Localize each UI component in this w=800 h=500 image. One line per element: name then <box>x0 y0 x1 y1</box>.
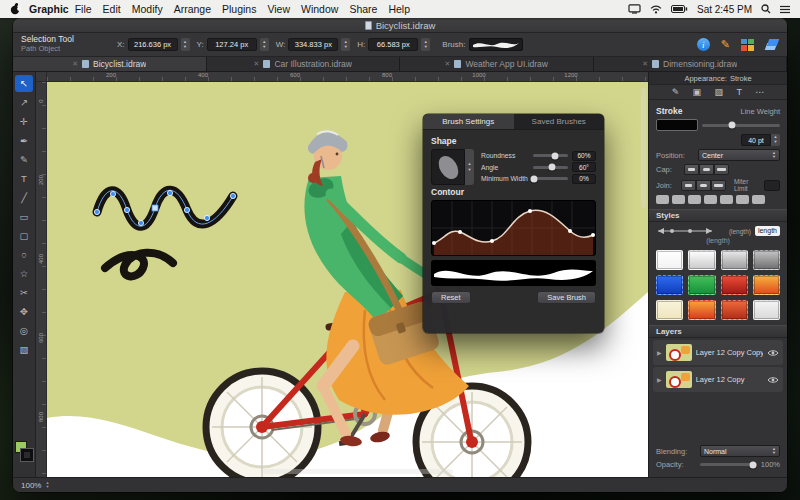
brush-slider[interactable] <box>533 154 568 157</box>
field-value-input[interactable]: 127.24 px <box>207 38 257 51</box>
tool-button[interactable]: ◎ <box>15 322 33 339</box>
brush-panel-tab[interactable]: Brush Settings <box>423 114 514 129</box>
tab-close-icon[interactable]: ✕ <box>72 60 78 68</box>
slider-value-field[interactable]: 60% <box>572 151 596 161</box>
notification-center-icon[interactable] <box>780 5 790 14</box>
window-title-bar[interactable]: Bicyclist.idraw <box>13 18 787 33</box>
arrow-style-preview[interactable] <box>656 227 714 235</box>
layer-row[interactable]: ▶ Layer 12 Copy Copy <box>653 340 783 365</box>
tool-button[interactable]: ▧ <box>15 341 33 358</box>
stroke-color-well[interactable] <box>21 449 33 461</box>
position-select[interactable]: Center ▲▼ <box>698 149 780 161</box>
style-swatch[interactable] <box>753 300 780 320</box>
tool-button[interactable]: ↖ <box>15 75 33 92</box>
style-swatch[interactable] <box>688 300 715 320</box>
layer-row[interactable]: ▶ Layer 12 Copy <box>653 367 783 392</box>
tool-button[interactable]: ▢ <box>15 227 33 244</box>
field-value-input[interactable]: 216.636 px <box>128 38 178 51</box>
info-icon[interactable]: i <box>697 38 710 51</box>
document-tab[interactable]: ✕ Bicyclist.idraw <box>13 57 207 71</box>
join-segmented-control[interactable] <box>681 180 726 191</box>
tool-button[interactable]: ↗ <box>15 94 33 111</box>
layers-panel-icon[interactable] <box>765 38 779 51</box>
appearance-tool-icon[interactable]: ⋯ <box>755 87 764 97</box>
save-brush-button[interactable]: Save Brush <box>537 291 596 304</box>
tool-button[interactable]: ✂ <box>15 284 33 301</box>
layers-section-header[interactable]: Layers <box>649 325 787 338</box>
appearance-tool-icon[interactable]: T <box>736 87 742 97</box>
zoom-level[interactable]: 100% <box>21 481 41 490</box>
document-tab[interactable]: ✕ Dimensioning.idraw <box>594 57 788 71</box>
pencil-icon[interactable]: ✎ <box>721 38 730 51</box>
brush-shape-preview[interactable]: ▲▼ <box>431 149 474 185</box>
disclosure-icon[interactable]: ▶ <box>657 349 662 356</box>
field-stepper[interactable]: ▲▼ <box>181 38 190 51</box>
menu-item[interactable]: View <box>267 3 290 15</box>
stroke-presets[interactable] <box>656 195 780 204</box>
brush-slider[interactable] <box>533 166 568 169</box>
menu-item[interactable]: Window <box>301 3 338 15</box>
miter-limit-field[interactable] <box>764 180 780 191</box>
reset-button[interactable]: Reset <box>431 291 471 304</box>
style-swatch[interactable] <box>656 275 683 295</box>
shape-stepper[interactable]: ▲▼ <box>465 149 474 185</box>
slider-value-field[interactable]: 60° <box>572 162 596 172</box>
tool-button[interactable]: ✥ <box>15 303 33 320</box>
appearance-tool-icon[interactable]: ▨ <box>715 87 724 97</box>
visibility-eye-icon[interactable] <box>767 376 779 384</box>
menu-item[interactable]: Help <box>388 3 410 15</box>
stroke-color-swatch[interactable] <box>656 119 698 131</box>
menu-item[interactable]: Edit <box>103 3 121 15</box>
style-swatch[interactable] <box>656 300 683 320</box>
line-weight-value[interactable]: 40 pt <box>741 134 771 146</box>
spotlight-search-icon[interactable] <box>761 4 771 14</box>
line-weight-stepper[interactable]: 40 pt ▲▼ <box>741 134 780 146</box>
field-stepper[interactable]: ▲▼ <box>260 38 269 51</box>
field-value-input[interactable]: 66.583 px <box>368 38 418 51</box>
blending-select[interactable]: Normal ▲▼ <box>700 445 780 457</box>
brush-preview-dropdown[interactable] <box>469 38 523 51</box>
menu-item[interactable]: Modify <box>132 3 163 15</box>
menu-item[interactable]: Arrange <box>174 3 211 15</box>
style-swatch[interactable] <box>753 275 780 295</box>
menu-item[interactable]: Plugins <box>222 3 256 15</box>
apple-menu-icon[interactable] <box>10 3 21 15</box>
battery-icon[interactable] <box>671 5 688 13</box>
appearance-tool-icon[interactable]: ▣ <box>693 87 702 97</box>
style-swatch[interactable] <box>753 250 780 270</box>
wifi-icon[interactable] <box>650 5 662 14</box>
disclosure-icon[interactable]: ▶ <box>657 376 662 383</box>
styles-section-header[interactable]: Styles <box>649 209 787 222</box>
zoom-stepper[interactable]: ▲▼ <box>45 481 49 490</box>
tab-close-icon[interactable]: ✕ <box>642 60 648 68</box>
menu-item[interactable]: File <box>75 3 92 15</box>
field-value-input[interactable]: 334.833 px <box>288 38 338 51</box>
tool-button[interactable]: T <box>15 170 33 187</box>
slider-value-field[interactable]: 0% <box>572 174 596 184</box>
style-swatch[interactable] <box>688 250 715 270</box>
brush-slider[interactable] <box>533 177 568 180</box>
cap-segmented-control[interactable] <box>684 164 729 175</box>
tool-button[interactable]: ✎ <box>15 151 33 168</box>
visibility-eye-icon[interactable] <box>767 349 779 357</box>
brush-panel-tab[interactable]: Saved Brushes <box>514 114 605 129</box>
tool-button[interactable]: ○ <box>15 246 33 263</box>
tool-button[interactable]: ✒ <box>15 132 33 149</box>
app-menu-title[interactable]: Graphic <box>29 3 69 15</box>
opacity-slider[interactable] <box>700 463 757 466</box>
tab-close-icon[interactable]: ✕ <box>445 60 451 68</box>
style-swatch[interactable] <box>656 250 683 270</box>
horizontal-scrollbar[interactable] <box>263 469 453 474</box>
field-stepper[interactable]: ▲▼ <box>341 38 350 51</box>
tool-button[interactable]: ✛ <box>15 113 33 130</box>
field-stepper[interactable]: ▲▼ <box>421 38 430 51</box>
document-tab[interactable]: ✕ Weather App UI.idraw <box>400 57 594 71</box>
menu-clock[interactable]: Sat 2:45 PM <box>697 4 752 15</box>
style-swatch[interactable] <box>688 275 715 295</box>
document-tab[interactable]: ✕ Car Illustration.idraw <box>207 57 401 71</box>
display-icon[interactable] <box>628 4 641 14</box>
grid-panel-icon[interactable] <box>741 39 754 51</box>
tool-button[interactable]: ▭ <box>15 208 33 225</box>
tool-button[interactable]: ╱ <box>15 189 33 206</box>
contour-curve-editor[interactable] <box>431 200 596 256</box>
